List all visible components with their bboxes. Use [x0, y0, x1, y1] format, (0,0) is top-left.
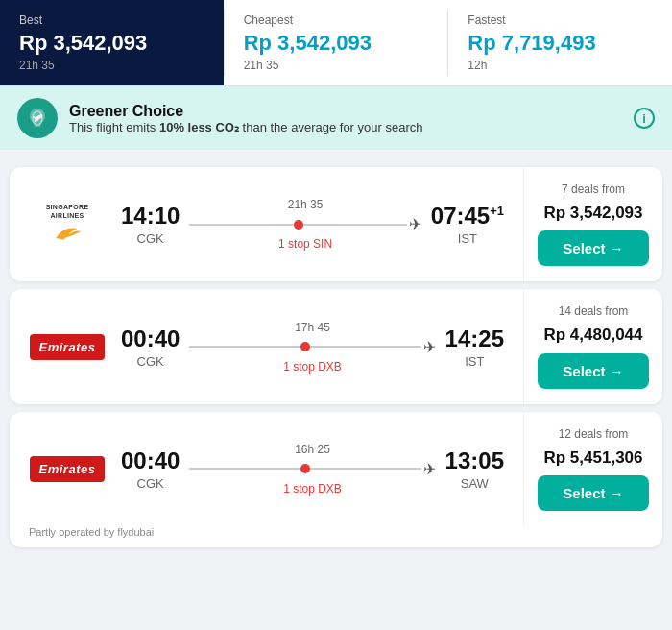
select-button-3[interactable]: Select →	[538, 475, 649, 511]
flight-arrive-1: 07:45+1 IST	[431, 203, 504, 246]
arrive-time-3: 13:05	[445, 448, 504, 474]
price-1: Rp 3,542,093	[543, 204, 642, 223]
stops-1: 1 stop SIN	[278, 237, 332, 251]
flight-route-3: 00:40 CGK 16h 25 ✈ 1 stop DXB	[121, 443, 504, 496]
arrive-airport-3: SAW	[445, 476, 504, 491]
arrive-airport-1: IST	[431, 231, 504, 246]
depart-time-2: 00:40	[121, 326, 180, 352]
tab-best-price: Rp 3,542,093	[19, 31, 204, 56]
flight-route-1: 14:10 CGK 21h 35 ✈ 1 stop SIN 07:45+	[121, 198, 504, 251]
flight-arrive-2: 14:25 IST	[445, 326, 504, 369]
header-tabs: Best Rp 3,542,093 21h 35 Cheapest Rp 3,5…	[0, 0, 672, 86]
tab-cheapest[interactable]: Cheapest Rp 3,542,093 21h 35	[225, 0, 448, 85]
flight-depart-1: 14:10 CGK	[121, 203, 180, 246]
arrive-time-2: 14:25	[445, 326, 504, 352]
select-button-1[interactable]: Select →	[538, 230, 649, 266]
tab-cheapest-duration: 21h 35	[244, 59, 429, 72]
stop-dot-3	[300, 464, 310, 473]
greener-info-button[interactable]: i	[634, 108, 655, 129]
flight-card-1: SINGAPOREAIRLINES 14:10 CGK 21h 35	[10, 167, 662, 281]
airline-logo-3: Emirates	[29, 456, 106, 482]
stops-3: 1 stop DXB	[283, 482, 342, 496]
duration-3: 16h 25	[295, 443, 330, 456]
airline-logo-1: SINGAPOREAIRLINES	[29, 204, 106, 245]
depart-time-3: 00:40	[121, 448, 180, 474]
price-3: Rp 5,451,306	[543, 448, 642, 468]
stop-dot-1	[294, 220, 303, 230]
singapore-airlines-logo: SINGAPOREAIRLINES	[46, 204, 89, 245]
deals-from-3: 12 deals from	[559, 427, 629, 441]
partly-operated-note: Partly operated by flydubai	[10, 526, 662, 547]
duration-2: 17h 45	[295, 321, 330, 334]
flight-middle-1: 21h 35 ✈ 1 stop SIN	[189, 198, 420, 251]
duration-1: 21h 35	[288, 198, 324, 211]
greener-banner: Greener Choice This flight emits 10% les…	[0, 86, 672, 150]
emirates-logo-3: Emirates	[30, 456, 106, 482]
greener-desc: This flight emits 10% less CO₂ than the …	[69, 120, 622, 134]
greener-icon	[17, 98, 58, 138]
tab-best[interactable]: Best Rp 3,542,093 21h 35	[0, 0, 224, 85]
plane-icon-1: ✈	[409, 215, 421, 233]
flight-middle-2: 17h 45 ✈ 1 stop DXB	[189, 321, 435, 374]
tab-fastest-duration: 12h	[468, 59, 653, 72]
tab-fastest-price: Rp 7,719,493	[468, 31, 653, 56]
flight-route-2: 00:40 CGK 17h 45 ✈ 1 stop DXB 14:25	[121, 321, 504, 374]
plane-icon-2: ✈	[423, 338, 436, 356]
flight-card-3: Emirates 00:40 CGK 16h 25 ✈	[10, 412, 662, 547]
tab-cheapest-price: Rp 3,542,093	[244, 31, 429, 56]
flight-card-inner-3: Emirates 00:40 CGK 16h 25 ✈	[10, 412, 662, 526]
select-button-2[interactable]: Select →	[538, 353, 649, 389]
stop-dot-2	[300, 342, 310, 351]
flight-card-2: Emirates 00:40 CGK 17h 45 ✈ 1 stop DXB	[10, 289, 662, 403]
flight-middle-3: 16h 25 ✈ 1 stop DXB	[189, 443, 435, 496]
stops-2: 1 stop DXB	[283, 360, 342, 374]
greener-text: Greener Choice This flight emits 10% les…	[69, 103, 622, 134]
depart-airport-1: CGK	[121, 231, 180, 246]
tab-fastest[interactable]: Fastest Rp 7,719,493 12h	[448, 0, 672, 85]
arrive-airport-2: IST	[445, 354, 504, 369]
price-2: Rp 4,480,044	[543, 326, 642, 345]
depart-time-1: 14:10	[121, 203, 180, 230]
flight-line-3: ✈	[189, 460, 435, 478]
airline-logo-2: Emirates	[29, 334, 106, 360]
flight-right-3: 12 deals from Rp 5,451,306 Select →	[523, 412, 662, 526]
tab-best-duration: 21h 35	[19, 59, 204, 72]
tab-cheapest-label: Cheapest	[244, 13, 429, 27]
flight-main-2: Emirates 00:40 CGK 17h 45 ✈ 1 stop DXB	[10, 289, 523, 403]
flight-depart-3: 00:40 CGK	[121, 448, 180, 491]
flight-main-3: Emirates 00:40 CGK 16h 25 ✈	[10, 412, 523, 526]
depart-airport-3: CGK	[121, 476, 180, 491]
deals-from-1: 7 deals from	[562, 182, 625, 196]
plane-icon-3: ✈	[423, 460, 436, 478]
emirates-logo-2: Emirates	[30, 334, 106, 360]
flight-depart-2: 00:40 CGK	[121, 326, 180, 369]
tab-best-label: Best	[19, 13, 204, 27]
flight-line-2: ✈	[189, 338, 435, 356]
flight-right-2: 14 deals from Rp 4,480,044 Select →	[523, 289, 662, 403]
arrive-time-1: 07:45+1	[431, 203, 504, 230]
flights-container: SINGAPOREAIRLINES 14:10 CGK 21h 35	[0, 150, 672, 565]
depart-airport-2: CGK	[121, 354, 180, 369]
tab-fastest-label: Fastest	[468, 13, 653, 27]
flight-line-1: ✈	[189, 215, 420, 233]
flight-main-1: SINGAPOREAIRLINES 14:10 CGK 21h 35	[10, 167, 523, 281]
deals-from-2: 14 deals from	[559, 304, 629, 318]
flight-arrive-3: 13:05 SAW	[445, 448, 504, 491]
flight-right-1: 7 deals from Rp 3,542,093 Select →	[523, 167, 662, 281]
greener-title: Greener Choice	[69, 103, 622, 120]
